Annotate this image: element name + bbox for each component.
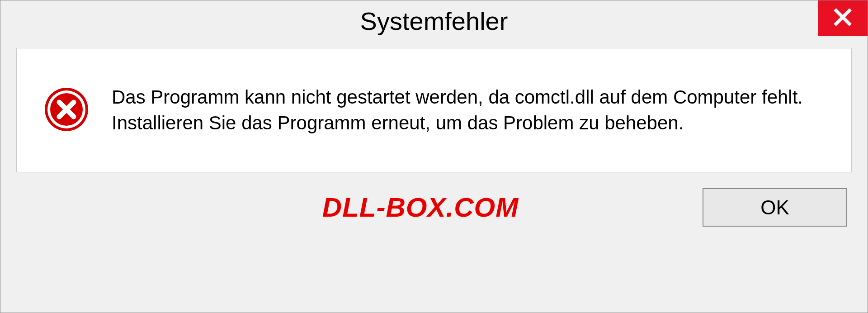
close-icon	[833, 7, 853, 29]
dialog-title: Systemfehler	[360, 6, 508, 36]
error-message: Das Programm kann nicht gestartet werden…	[112, 85, 824, 136]
watermark-text: DLL-BOX.COM	[156, 192, 684, 223]
error-icon	[44, 87, 89, 134]
dialog-content: Das Programm kann nicht gestartet werden…	[16, 48, 852, 172]
titlebar: Systemfehler	[0, 0, 868, 41]
close-button[interactable]	[818, 0, 868, 36]
ok-button[interactable]: OK	[703, 188, 847, 227]
dialog-footer: DLL-BOX.COM OK	[0, 184, 868, 245]
ok-button-label: OK	[760, 196, 789, 219]
